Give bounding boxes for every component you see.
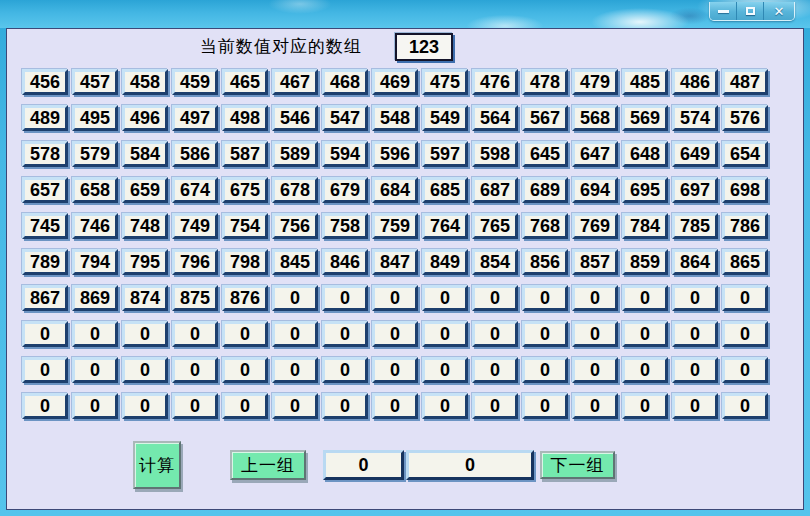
minimize-button[interactable] bbox=[710, 2, 737, 20]
grid-cell[interactable]: 0 bbox=[322, 285, 368, 311]
grid-cell[interactable]: 675 bbox=[222, 177, 268, 203]
grid-cell[interactable]: 458 bbox=[122, 69, 168, 95]
result-field-2[interactable]: 0 bbox=[406, 450, 534, 480]
grid-cell[interactable]: 468 bbox=[322, 69, 368, 95]
result-field-1[interactable]: 0 bbox=[323, 450, 404, 480]
grid-cell[interactable]: 657 bbox=[22, 177, 68, 203]
grid-cell[interactable]: 759 bbox=[372, 213, 418, 239]
grid-cell[interactable]: 698 bbox=[722, 177, 768, 203]
grid-cell[interactable]: 794 bbox=[72, 249, 118, 275]
grid-cell[interactable]: 496 bbox=[122, 105, 168, 131]
grid-cell[interactable]: 548 bbox=[372, 105, 418, 131]
grid-cell[interactable]: 459 bbox=[172, 69, 218, 95]
grid-cell[interactable]: 497 bbox=[172, 105, 218, 131]
grid-cell[interactable]: 0 bbox=[722, 321, 768, 347]
grid-cell[interactable]: 467 bbox=[272, 69, 318, 95]
grid-cell[interactable]: 0 bbox=[722, 285, 768, 311]
grid-cell[interactable]: 475 bbox=[422, 69, 468, 95]
close-button[interactable]: ✕ bbox=[764, 2, 794, 20]
grid-cell[interactable]: 549 bbox=[422, 105, 468, 131]
grid-cell[interactable]: 574 bbox=[672, 105, 718, 131]
grid-cell[interactable]: 456 bbox=[22, 69, 68, 95]
grid-cell[interactable]: 874 bbox=[122, 285, 168, 311]
grid-cell[interactable]: 0 bbox=[572, 285, 618, 311]
grid-cell[interactable]: 847 bbox=[372, 249, 418, 275]
grid-cell[interactable]: 0 bbox=[172, 321, 218, 347]
grid-cell[interactable]: 584 bbox=[122, 141, 168, 167]
grid-cell[interactable]: 0 bbox=[272, 321, 318, 347]
next-group-button[interactable]: 下一组 bbox=[540, 451, 615, 479]
grid-cell[interactable]: 697 bbox=[672, 177, 718, 203]
grid-cell[interactable]: 645 bbox=[522, 141, 568, 167]
grid-cell[interactable]: 0 bbox=[122, 321, 168, 347]
grid-cell[interactable]: 746 bbox=[72, 213, 118, 239]
grid-cell[interactable]: 457 bbox=[72, 69, 118, 95]
previous-group-button[interactable]: 上一组 bbox=[230, 450, 306, 480]
grid-cell[interactable]: 0 bbox=[22, 393, 68, 419]
grid-cell[interactable]: 0 bbox=[72, 321, 118, 347]
grid-cell[interactable]: 547 bbox=[322, 105, 368, 131]
grid-cell[interactable]: 0 bbox=[422, 321, 468, 347]
grid-cell[interactable]: 784 bbox=[622, 213, 668, 239]
grid-cell[interactable]: 0 bbox=[322, 357, 368, 383]
grid-cell[interactable]: 659 bbox=[122, 177, 168, 203]
grid-cell[interactable]: 478 bbox=[522, 69, 568, 95]
grid-cell[interactable]: 764 bbox=[422, 213, 468, 239]
grid-cell[interactable]: 798 bbox=[222, 249, 268, 275]
grid-cell[interactable]: 857 bbox=[572, 249, 618, 275]
grid-cell[interactable]: 0 bbox=[672, 285, 718, 311]
grid-cell[interactable]: 486 bbox=[672, 69, 718, 95]
grid-cell[interactable]: 0 bbox=[522, 321, 568, 347]
grid-cell[interactable]: 859 bbox=[622, 249, 668, 275]
grid-cell[interactable]: 0 bbox=[672, 321, 718, 347]
grid-cell[interactable]: 647 bbox=[572, 141, 618, 167]
grid-cell[interactable]: 678 bbox=[272, 177, 318, 203]
grid-cell[interactable]: 0 bbox=[472, 285, 518, 311]
grid-cell[interactable]: 0 bbox=[572, 321, 618, 347]
grid-cell[interactable]: 598 bbox=[472, 141, 518, 167]
grid-cell[interactable]: 465 bbox=[222, 69, 268, 95]
grid-cell[interactable]: 587 bbox=[222, 141, 268, 167]
grid-cell[interactable]: 756 bbox=[272, 213, 318, 239]
grid-cell[interactable]: 0 bbox=[722, 357, 768, 383]
grid-cell[interactable]: 785 bbox=[672, 213, 718, 239]
grid-cell[interactable]: 0 bbox=[672, 357, 718, 383]
maximize-button[interactable] bbox=[737, 2, 764, 20]
grid-cell[interactable]: 0 bbox=[522, 285, 568, 311]
grid-cell[interactable]: 0 bbox=[522, 357, 568, 383]
grid-cell[interactable]: 0 bbox=[622, 393, 668, 419]
grid-cell[interactable]: 658 bbox=[72, 177, 118, 203]
grid-cell[interactable]: 487 bbox=[722, 69, 768, 95]
grid-cell[interactable]: 0 bbox=[522, 393, 568, 419]
grid-cell[interactable]: 498 bbox=[222, 105, 268, 131]
grid-cell[interactable]: 849 bbox=[422, 249, 468, 275]
grid-cell[interactable]: 769 bbox=[572, 213, 618, 239]
grid-cell[interactable]: 568 bbox=[572, 105, 618, 131]
grid-cell[interactable]: 0 bbox=[222, 357, 268, 383]
grid-cell[interactable]: 495 bbox=[72, 105, 118, 131]
grid-cell[interactable]: 0 bbox=[172, 357, 218, 383]
calculate-button[interactable]: 计算 bbox=[133, 441, 181, 489]
grid-cell[interactable]: 479 bbox=[572, 69, 618, 95]
grid-cell[interactable]: 0 bbox=[72, 357, 118, 383]
grid-cell[interactable]: 694 bbox=[572, 177, 618, 203]
grid-cell[interactable]: 749 bbox=[172, 213, 218, 239]
grid-cell[interactable]: 596 bbox=[372, 141, 418, 167]
grid-cell[interactable]: 869 bbox=[72, 285, 118, 311]
grid-cell[interactable]: 0 bbox=[422, 393, 468, 419]
grid-cell[interactable]: 796 bbox=[172, 249, 218, 275]
grid-cell[interactable]: 864 bbox=[672, 249, 718, 275]
grid-cell[interactable]: 754 bbox=[222, 213, 268, 239]
grid-cell[interactable]: 654 bbox=[722, 141, 768, 167]
grid-cell[interactable]: 745 bbox=[22, 213, 68, 239]
grid-cell[interactable]: 0 bbox=[272, 393, 318, 419]
grid-cell[interactable]: 687 bbox=[472, 177, 518, 203]
grid-cell[interactable]: 567 bbox=[522, 105, 568, 131]
grid-cell[interactable]: 0 bbox=[122, 357, 168, 383]
grid-cell[interactable]: 0 bbox=[222, 393, 268, 419]
grid-cell[interactable]: 845 bbox=[272, 249, 318, 275]
grid-cell[interactable]: 0 bbox=[622, 357, 668, 383]
grid-cell[interactable]: 695 bbox=[622, 177, 668, 203]
grid-cell[interactable]: 0 bbox=[372, 393, 418, 419]
grid-cell[interactable]: 854 bbox=[472, 249, 518, 275]
